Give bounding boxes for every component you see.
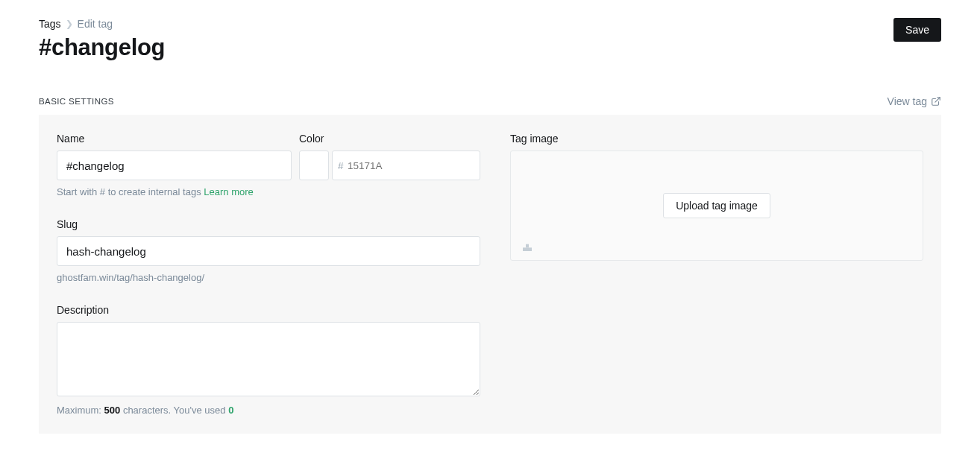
save-button[interactable]: Save: [893, 18, 941, 42]
slug-preview: ghostfam.win/tag/hash-changelog/: [57, 272, 480, 283]
name-hint: Start with # to create internal tags Lea…: [57, 186, 292, 197]
svg-rect-2: [526, 244, 529, 248]
tag-image-uploader[interactable]: Upload tag image: [510, 151, 923, 261]
basic-settings-panel: Name Start with # to create internal tag…: [39, 115, 941, 434]
hash-icon: #: [338, 160, 344, 171]
description-counter: Maximum: 500 characters. You've used 0: [57, 405, 480, 416]
external-link-icon: [931, 96, 941, 107]
color-swatch[interactable]: [299, 151, 329, 180]
upload-tag-image-button[interactable]: Upload tag image: [663, 193, 770, 218]
chevron-right-icon: ❯: [66, 19, 73, 29]
svg-line-0: [935, 98, 940, 102]
name-label: Name: [57, 133, 292, 145]
section-heading: BASIC SETTINGS: [39, 97, 114, 106]
breadcrumb: Tags ❯ Edit tag: [39, 18, 165, 30]
breadcrumb-root[interactable]: Tags: [39, 18, 61, 30]
name-input[interactable]: [57, 151, 292, 180]
view-tag-link[interactable]: View tag: [888, 95, 941, 107]
color-label: Color: [299, 133, 480, 145]
tag-image-label: Tag image: [510, 133, 923, 145]
view-tag-label: View tag: [888, 95, 927, 107]
description-input[interactable]: [57, 322, 480, 396]
slug-label: Slug: [57, 218, 480, 230]
slug-input[interactable]: [57, 236, 480, 266]
svg-rect-1: [523, 247, 532, 251]
description-label: Description: [57, 304, 480, 316]
page-title: #changelog: [39, 34, 165, 61]
learn-more-link[interactable]: Learn more: [204, 186, 253, 197]
color-input[interactable]: [332, 151, 480, 180]
image-icon: [521, 241, 533, 253]
breadcrumb-current: Edit tag: [78, 18, 113, 30]
